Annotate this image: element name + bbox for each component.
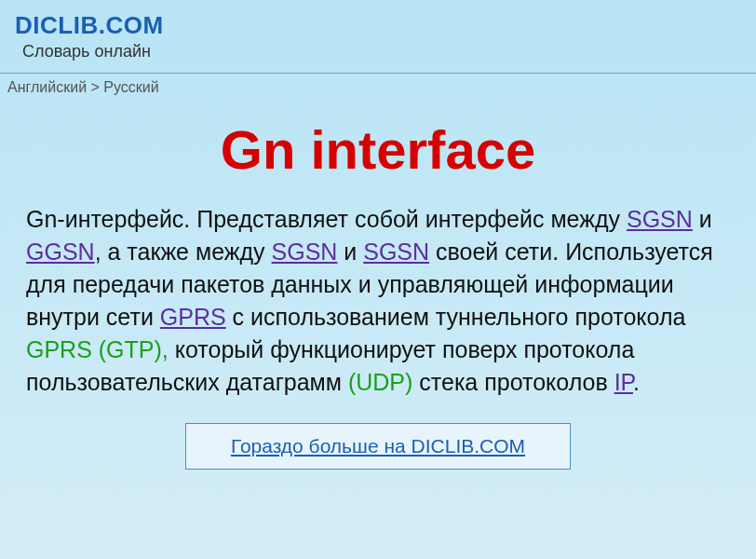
link-gprs[interactable]: GPRS [160,304,226,330]
link-sgsn[interactable]: SGSN [627,206,693,232]
link-sgsn[interactable]: SGSN [363,239,429,265]
article-title: Gn interface [0,118,756,181]
breadcrumb-to[interactable]: Русский [103,79,158,95]
body-text: стека протоколов [412,369,614,395]
breadcrumb: Английский > Русский [0,74,756,102]
body-text: и [693,206,712,232]
cta-container: Гораздо больше на DICLIB.COM [0,423,756,470]
site-logo[interactable]: DICLIB.COM [15,11,741,40]
highlight-gprs-gtp: GPRS (GTP), [26,336,169,362]
article-body: Gn-интерфейс. Представляет собой интерфе… [0,203,756,399]
link-sgsn[interactable]: SGSN [272,239,338,265]
body-text: Gn-интерфейс. Представляет собой интерфе… [26,206,627,232]
body-text: , а также между [95,239,272,265]
highlight-udp: (UDP) [348,369,412,395]
body-text: с использованием туннельного протокола [226,304,686,330]
body-text: . [633,369,640,395]
header: DICLIB.COM Словарь онлайн [0,0,756,67]
breadcrumb-separator: > [91,79,100,95]
link-ggsn[interactable]: GGSN [26,239,95,265]
breadcrumb-from[interactable]: Английский [7,79,87,95]
site-tagline: Словарь онлайн [22,42,741,61]
body-text: и [337,239,363,265]
link-ip[interactable]: IP [614,369,633,395]
cta-link[interactable]: Гораздо больше на DICLIB.COM [185,423,571,470]
